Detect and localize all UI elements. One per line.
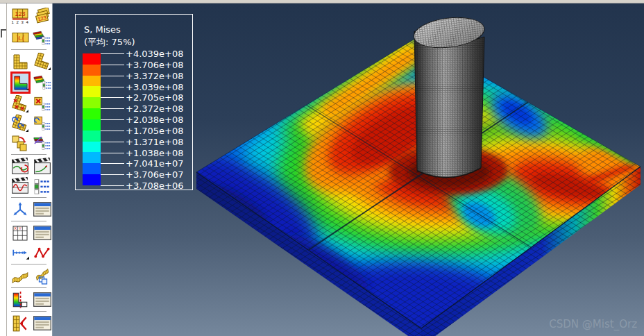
- legend-scale: +4.039e+08+3.706e+08+3.372e+08+3.039e+08…: [83, 53, 187, 185]
- legend-tick: [101, 53, 124, 54]
- docked-panel-edge: [0, 0, 7, 336]
- superimpose-plots-button[interactable]: [10, 133, 30, 152]
- multiple-plot-states-icon: [11, 201, 29, 219]
- legend-tick: [101, 174, 124, 175]
- xy-data-from-path-button[interactable]: [10, 243, 31, 262]
- frame-stack-button[interactable]: 123: [33, 5, 53, 28]
- animation-options-button[interactable]: [33, 176, 53, 195]
- animate-harmonic-button[interactable]: [10, 176, 31, 195]
- path-manager-icon: [33, 267, 51, 285]
- viewport-3d[interactable]: S, Mises (平均: 75%) +4.039e+08+3.706e+08+…: [53, 3, 644, 336]
- create-path-button[interactable]: [10, 267, 30, 285]
- plot-contours-button[interactable]: [10, 72, 31, 94]
- animate-harmonic-icon: [11, 177, 29, 195]
- animate-scale-factor-button[interactable]: [10, 157, 31, 176]
- viewport-dialog-button[interactable]: [33, 200, 53, 219]
- legend-swatch: [83, 152, 101, 163]
- legend-value: +2.038e+08: [126, 115, 184, 125]
- plot-symbols-button[interactable]: [10, 94, 30, 113]
- orientation-options-button[interactable]: [32, 114, 52, 133]
- legend-tick: [101, 108, 124, 109]
- contour-options-icon: [33, 74, 52, 91]
- symbol-options-icon: [33, 96, 51, 112]
- field-output-list-button[interactable]: [32, 28, 52, 47]
- legend-value: +7.041e+07: [126, 158, 184, 169]
- legend-tick: [101, 131, 124, 131]
- visualization-toolbox: 123 1 2 3 4 123 )L(: [7, 0, 53, 336]
- create-xy-data-button[interactable]: X Y: [10, 224, 31, 242]
- frame-counter-icon: 123: [12, 8, 28, 21]
- frame-stack-icon: 123: [33, 8, 51, 26]
- svg-text:X: X: [14, 226, 17, 230]
- activate-view-cut-button[interactable]: [10, 290, 31, 309]
- undeformed-shape-icon: [12, 53, 28, 70]
- free-body-manager-button[interactable]: [33, 314, 53, 333]
- frame-counter-caption: 1 2 3 4: [12, 21, 29, 24]
- animate-time-history-icon: [33, 158, 51, 176]
- legend-value: +3.372e+08: [126, 71, 184, 81]
- plot-deformed-shape-button[interactable]: [33, 52, 53, 71]
- legend-value: +4.039e+08: [126, 49, 184, 59]
- legend-swatch: [83, 108, 101, 119]
- watermark: CSDN @Mist_Orz: [549, 318, 637, 330]
- view-cut-manager-button[interactable]: [33, 290, 53, 309]
- material-orientation-icon: [11, 115, 29, 133]
- legend-tick: [101, 87, 124, 87]
- xy-data-manager-button[interactable]: [33, 224, 53, 242]
- contour-options-button[interactable]: [33, 74, 53, 92]
- frame-selector-icon: )L(: [12, 32, 29, 44]
- svg-text:123: 123: [15, 10, 26, 17]
- legend-value: +3.708e+06: [126, 180, 184, 191]
- legend-tick: [101, 97, 124, 98]
- frame-counter-button[interactable]: 123 1 2 3 4: [10, 5, 31, 28]
- legend-swatch: [83, 97, 101, 108]
- animate-time-history-button[interactable]: [33, 157, 53, 176]
- create-path-icon: [11, 267, 29, 285]
- legend-value: +1.371e+08: [126, 137, 184, 147]
- legend-swatch: [83, 142, 101, 153]
- svg-text:)L(: )L(: [17, 35, 24, 42]
- legend-swatch: [83, 119, 101, 131]
- legend-swatch: [83, 174, 101, 185]
- legend-tick: [101, 142, 124, 142]
- svg-text:123: 123: [37, 14, 46, 22]
- contour-plot-icon: [12, 75, 28, 91]
- multiple-plot-states-button[interactable]: [10, 200, 31, 219]
- field-output-list-icon: [33, 30, 51, 47]
- view-cut-manager-icon: [33, 292, 51, 307]
- legend-swatch: [83, 76, 101, 87]
- symbol-plot-icon: [11, 95, 29, 113]
- overlay-options-icon: [33, 135, 51, 151]
- xy-data-manager-icon: [33, 226, 51, 240]
- legend-tick: [101, 119, 124, 120]
- symbol-options-button[interactable]: [32, 94, 52, 113]
- orientation-options-icon: [33, 115, 51, 132]
- legend-swatch: [83, 65, 101, 76]
- legend-value: +3.706e+08: [126, 60, 184, 70]
- frame-selector-button[interactable]: )L(: [10, 28, 30, 47]
- legend-title: S, Mises: [84, 24, 192, 35]
- xy-plot-button[interactable]: [33, 243, 53, 262]
- panel-grip-icon: [1, 29, 6, 37]
- path-manager-button[interactable]: [32, 267, 52, 285]
- plate-top-surface: [169, 21, 644, 336]
- legend-value: +1.038e+08: [126, 148, 184, 158]
- legend-subtitle: (平均: 75%): [84, 36, 192, 49]
- view-cut-icon: [11, 291, 29, 309]
- legend-tick: [101, 76, 124, 76]
- plot-material-orientation-button[interactable]: [10, 114, 30, 133]
- legend-tick: [101, 153, 124, 153]
- legend-value: +3.706e+07: [126, 169, 184, 180]
- plot-undeformed-shape-button[interactable]: [10, 52, 31, 71]
- free-body-manager-icon: [33, 316, 51, 330]
- svg-text:Y: Y: [19, 226, 22, 230]
- deformed-shape-icon: [33, 53, 51, 71]
- contour-legend: S, Mises (平均: 75%) +4.039e+08+3.706e+08+…: [75, 14, 193, 190]
- legend-swatch: [83, 163, 101, 174]
- legend-value: +3.039e+08: [126, 82, 184, 92]
- legend-tick: [101, 185, 124, 186]
- overlay-options-button[interactable]: [32, 133, 52, 152]
- animate-scale-factor-icon: [11, 158, 29, 176]
- legend-swatch: [83, 86, 101, 97]
- free-body-cut-button[interactable]: [10, 314, 31, 333]
